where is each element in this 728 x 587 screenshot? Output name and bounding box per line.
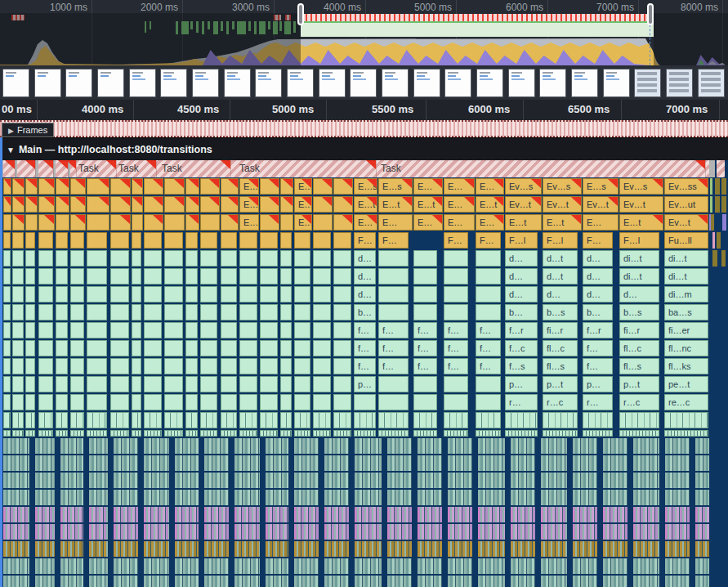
dense-call-cell[interactable] (114, 524, 138, 540)
micro-call-cell[interactable] (185, 430, 198, 437)
dense-call-cell[interactable] (294, 490, 319, 505)
dense-call-cell[interactable] (418, 524, 442, 540)
micro-call-cell[interactable] (354, 430, 376, 437)
js-call-bar[interactable] (164, 304, 183, 320)
js-call-bar[interactable] (185, 394, 198, 410)
event-bar[interactable]: E…t (505, 214, 542, 231)
dense-call-cell[interactable] (633, 576, 659, 587)
dense-call-cell[interactable] (175, 490, 199, 505)
micro-call-cell[interactable] (25, 412, 35, 428)
js-call-bar[interactable] (444, 376, 468, 392)
js-call-bar[interactable] (294, 340, 310, 356)
dense-call-cell[interactable] (175, 541, 199, 557)
js-call-bar[interactable] (294, 250, 310, 267)
js-call-bar[interactable] (239, 250, 257, 267)
micro-call-cell[interactable] (619, 412, 659, 428)
js-call-bar[interactable] (132, 394, 141, 410)
event-bar[interactable] (38, 196, 55, 213)
event-bar[interactable]: F… (444, 232, 468, 249)
dense-call-cell[interactable] (603, 507, 628, 522)
event-bar[interactable]: Ev…t (583, 196, 619, 213)
js-call-bar[interactable] (87, 322, 107, 338)
micro-call-cell[interactable] (260, 430, 278, 437)
dense-call-cell[interactable] (3, 455, 29, 471)
event-bar[interactable] (132, 196, 143, 213)
event-bar[interactable] (38, 232, 53, 249)
dense-call-cell[interactable] (387, 490, 412, 505)
dense-call-cell[interactable] (355, 576, 382, 587)
dense-call-cell[interactable] (324, 524, 349, 540)
dense-call-cell[interactable] (294, 473, 319, 488)
micro-call-cell[interactable] (619, 430, 659, 437)
event-bar[interactable] (294, 232, 310, 249)
dense-call-cell[interactable] (511, 524, 535, 540)
dense-call-cell[interactable] (60, 473, 83, 488)
js-call-bar[interactable] (313, 376, 331, 392)
filmstrip-thumbnail[interactable] (34, 69, 61, 97)
event-bar[interactable]: E… (444, 178, 475, 195)
js-call-bar[interactable] (144, 250, 162, 267)
js-call-bar[interactable] (476, 394, 501, 410)
event-bar[interactable] (110, 214, 131, 231)
js-call-bar[interactable] (280, 304, 292, 320)
js-call-bar[interactable]: d… (354, 286, 376, 302)
dense-call-cell[interactable] (665, 558, 690, 574)
dense-call-cell[interactable] (3, 576, 29, 587)
dense-call-cell[interactable] (60, 507, 83, 522)
js-call-bar[interactable] (260, 268, 278, 285)
event-bar[interactable]: E… (413, 178, 443, 195)
event-bar[interactable] (12, 214, 25, 231)
event-bar[interactable]: E…t (354, 196, 377, 213)
dense-call-cell[interactable] (511, 541, 535, 557)
js-call-bar[interactable] (333, 250, 351, 267)
js-call-bar[interactable]: di…t (664, 268, 708, 285)
js-call-bar[interactable] (87, 394, 107, 410)
event-bar[interactable] (260, 178, 279, 195)
js-call-bar[interactable]: r…c (619, 394, 659, 410)
event-bar[interactable] (333, 214, 353, 231)
dense-call-cell[interactable] (35, 455, 55, 471)
event-bar[interactable] (110, 178, 131, 195)
event-bar[interactable] (144, 232, 162, 249)
js-call-bar[interactable]: f… (378, 358, 409, 374)
dense-call-cell[interactable] (511, 576, 535, 587)
dense-call-cell[interactable] (35, 490, 55, 505)
js-call-bar[interactable] (413, 376, 437, 392)
event-bar[interactable] (185, 232, 198, 249)
dense-call-cell[interactable] (204, 455, 229, 471)
dense-call-cell[interactable] (175, 558, 199, 574)
dense-call-cell[interactable] (234, 438, 260, 454)
event-bar[interactable] (164, 196, 185, 213)
event-bar[interactable]: E… (294, 196, 312, 213)
event-bar[interactable]: F… (354, 232, 376, 249)
js-call-bar[interactable] (280, 286, 292, 302)
dense-call-cell[interactable] (175, 473, 199, 488)
js-call-bar[interactable] (444, 394, 468, 410)
js-call-bar[interactable] (3, 358, 11, 374)
js-call-bar[interactable] (221, 322, 237, 338)
dense-call-cell[interactable] (60, 455, 83, 471)
dense-call-cell[interactable] (144, 524, 169, 540)
dense-call-cell[interactable] (573, 507, 597, 522)
dense-call-cell[interactable] (266, 490, 288, 505)
event-bar[interactable] (185, 214, 199, 231)
js-call-bar[interactable] (110, 358, 129, 374)
dense-call-cell[interactable] (633, 558, 659, 574)
dense-call-cell[interactable] (478, 541, 505, 557)
dense-call-cell[interactable] (234, 473, 260, 488)
dense-call-cell[interactable] (324, 455, 349, 471)
event-bar[interactable]: Ev…ut (664, 196, 708, 213)
dense-call-cell[interactable] (204, 490, 229, 505)
js-call-bar[interactable] (413, 304, 437, 320)
event-bar[interactable] (110, 232, 129, 249)
js-call-bar[interactable] (144, 358, 162, 374)
js-call-bar[interactable] (38, 304, 53, 320)
js-call-bar[interactable]: f… (476, 322, 501, 338)
dense-call-cell[interactable] (603, 541, 628, 557)
dense-call-cell[interactable] (448, 541, 472, 557)
js-call-bar[interactable] (12, 250, 24, 267)
js-call-bar[interactable] (12, 394, 24, 410)
micro-call-cell[interactable] (56, 412, 68, 428)
dense-call-cell[interactable] (234, 490, 260, 505)
event-bar[interactable]: E…t (413, 196, 443, 213)
